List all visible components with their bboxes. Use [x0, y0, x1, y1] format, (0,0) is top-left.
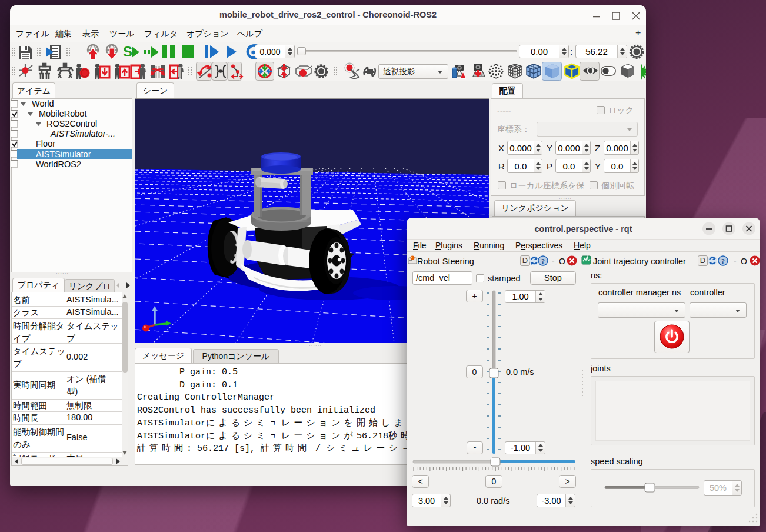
svg-text:?: ? — [721, 257, 725, 265]
svg-text:?: ? — [541, 257, 545, 265]
svg-text:S: S — [123, 44, 132, 59]
